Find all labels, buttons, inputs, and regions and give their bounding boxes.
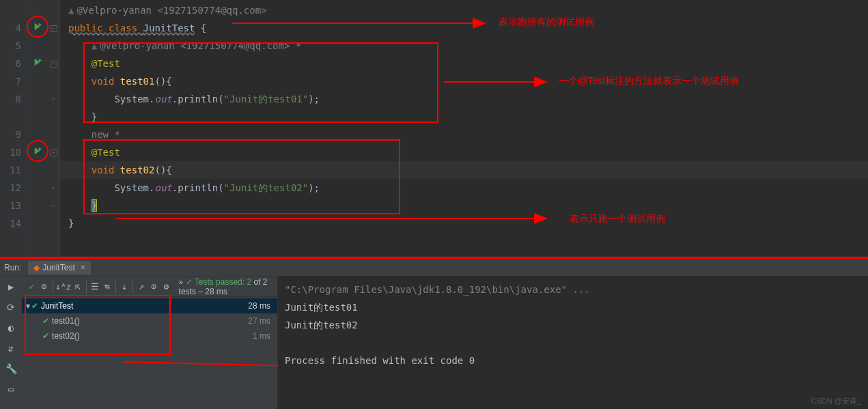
fold-toggle-icon[interactable]: - (51, 61, 57, 68)
run-test01-icon[interactable] (31, 56, 44, 68)
run-class-icon[interactable] (31, 20, 44, 33)
stop-button[interactable]: ◐ (3, 320, 18, 335)
show-ignored-button[interactable]: ⊘ (38, 279, 49, 295)
pass-icon: ✔ (31, 301, 38, 311)
pass-icon: ✔ (42, 331, 49, 341)
pass-icon: ✔ (42, 316, 49, 326)
test-tree-item[interactable]: ✔ test01() 27 ms (22, 313, 277, 328)
layout-button[interactable]: ⇵ (3, 341, 18, 356)
run-header: Run: ◆ JunitTest × (0, 259, 868, 277)
console-line: Process finished with exit code 0 (285, 352, 861, 369)
console-output[interactable]: "C:\Program Files\Java\jdk1.8.0_192\bin\… (278, 277, 868, 409)
editor-area: 4567891011121314 --⌐-⌐⌐ ▲@Velpro-yanan <… (0, 0, 868, 256)
toggle-auto-button[interactable]: ⟳ (3, 300, 18, 315)
console-line: Junit的test02 (285, 316, 861, 334)
show-passed-button[interactable]: ✓ (26, 279, 37, 295)
sort-button[interactable]: ↓ᴬᴢ (55, 279, 71, 295)
settings-icon[interactable]: 🔧 (3, 361, 18, 376)
tool-strip: ▶ ⟳ ◐ ⇵ 🔧 ▭ (0, 277, 22, 409)
run-config-tab[interactable]: ◆ JunitTest × (28, 261, 90, 274)
fold-gutter: --⌐-⌐⌐ (48, 0, 60, 256)
test-status: » ✓ Tests passed: 2 of 2 tests – 28 ms (179, 277, 273, 296)
run-label: Run: (4, 263, 21, 272)
gear-icon[interactable]: ⚙ (160, 279, 171, 295)
code-area[interactable]: ▲@Velpro-yanan <1927150774@qq.com> publi… (60, 0, 868, 256)
console-line: Junit的test01 (285, 298, 861, 316)
fold-toggle-icon[interactable]: - (51, 150, 57, 156)
history-button[interactable]: ⊙ (148, 279, 159, 295)
test-tree-root[interactable]: ▾ ✔ JunitTest 28 ms (22, 298, 277, 313)
test-tree-item[interactable]: ✔ test02() 1 ms (22, 328, 277, 343)
run-panel: Run: ◆ JunitTest × ▶ ⟳ ◐ ⇵ 🔧 ▭ ✓ ⊘ ↓ᴬᴢ ⇱… (0, 259, 868, 409)
close-icon[interactable]: × (81, 263, 85, 272)
watermark: CSDN @安苒_ (811, 396, 861, 406)
run-test02-icon[interactable] (31, 145, 44, 157)
expand-button[interactable]: ☰ (89, 279, 100, 295)
prev-button[interactable]: ⇆ (102, 279, 113, 295)
export-button[interactable]: ↗ (136, 279, 147, 295)
scroll-button[interactable]: ↓ (119, 279, 130, 295)
rerun-button[interactable]: ▶ (3, 279, 18, 294)
chevron-down-icon[interactable]: ▾ (26, 301, 30, 311)
console-line: "C:\Program Files\Java\jdk1.8.0_192\bin\… (285, 281, 861, 298)
run-gutter (27, 0, 48, 256)
tree-items: ▾ ✔ JunitTest 28 ms ✔ test01() 27 ms ✔ t… (22, 297, 277, 409)
fold-toggle-icon[interactable]: - (51, 25, 57, 32)
line-number-gutter: 4567891011121314 (0, 0, 27, 256)
test-toolbar: ✓ ⊘ ↓ᴬᴢ ⇱ ☰ ⇆ ↓ ↗ ⊙ ⚙ » ✓ Tests passed: … (22, 277, 277, 297)
pin-button[interactable]: ▭ (3, 382, 18, 397)
collapse-button[interactable]: ⇱ (72, 279, 83, 295)
test-tree: ✓ ⊘ ↓ᴬᴢ ⇱ ☰ ⇆ ↓ ↗ ⊙ ⚙ » ✓ Tests passed: … (22, 277, 278, 409)
